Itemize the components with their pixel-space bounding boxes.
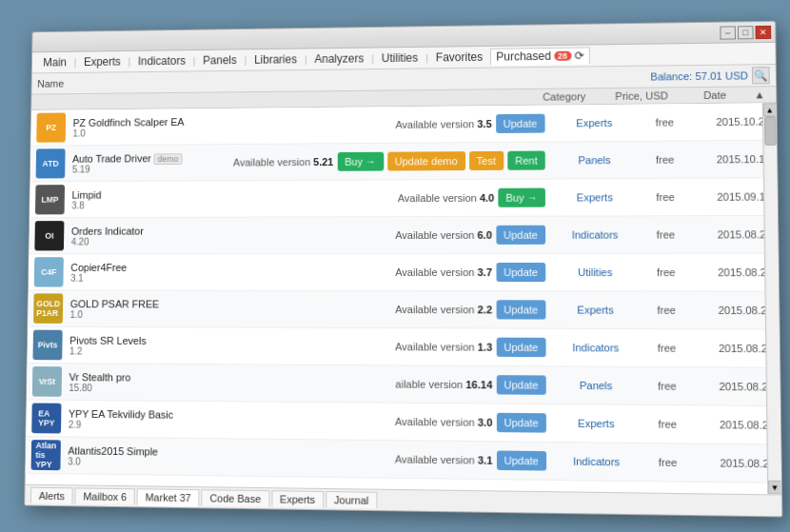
btn-update[interactable]: Update [496, 113, 545, 132]
available-text: Available version 5.21 [233, 156, 333, 167]
menu-analyzers[interactable]: Analyzers [309, 49, 370, 67]
maximize-button[interactable]: □ [738, 25, 754, 38]
minimize-button[interactable]: – [720, 25, 736, 38]
available-version: 3.7 [478, 266, 492, 278]
menu-panels[interactable]: Panels [197, 51, 242, 69]
col-header-price[interactable]: Price, USD [607, 89, 676, 102]
product-icon: VrSt [32, 366, 62, 397]
category-cell[interactable]: Panels [551, 153, 639, 166]
refresh-icon[interactable]: ⟳ [574, 49, 583, 62]
product-version: 1.0 [70, 308, 218, 319]
menu-main[interactable]: Main [37, 53, 71, 70]
available-text: Available version 3.1 [395, 453, 493, 465]
product-name: GOLD PSAR FREE [70, 297, 218, 308]
available-version: 3.0 [478, 416, 493, 427]
scroll-thumb[interactable] [764, 116, 777, 145]
menu-experts[interactable]: Experts [78, 52, 127, 69]
btn-update[interactable]: Update [496, 375, 546, 395]
purchased-badge: 28 [554, 50, 571, 60]
btn-rent[interactable]: Rent [507, 150, 545, 169]
price-cell: free [639, 266, 693, 278]
available-area: Available version 6.0Update [218, 225, 551, 245]
menu-utilities[interactable]: Utilities [376, 49, 424, 66]
available-version: 6.0 [477, 228, 491, 240]
date-cell: 2015.10.22 [692, 115, 771, 128]
btn-update[interactable]: Update [496, 300, 545, 319]
category-cell[interactable]: Utilities [551, 266, 639, 278]
search-button[interactable]: 🔍 [752, 67, 770, 84]
available-version: 3.5 [477, 118, 491, 129]
date-cell: 2015.08.25 [694, 380, 774, 392]
date-cell: 2015.08.25 [693, 266, 772, 278]
price-cell: free [641, 456, 695, 468]
category-cell[interactable]: Indicators [551, 228, 639, 240]
product-name-area: Copier4Free3.1 [70, 261, 218, 283]
product-icon: GOLDP1AR [33, 293, 63, 323]
col-header-name [37, 96, 521, 101]
product-name-area: Limpid3.8 [71, 187, 219, 209]
price-cell: free [638, 116, 692, 128]
table-row: OIOrders Indicator4.20Available version … [30, 215, 779, 253]
name-column-label: Name [37, 77, 64, 89]
category-cell[interactable]: Experts [551, 191, 639, 203]
btn-update[interactable]: Update [496, 412, 546, 432]
category-cell[interactable]: Experts [552, 304, 640, 315]
btn-update[interactable]: Update [496, 225, 545, 244]
product-name-area: GOLD PSAR FREE1.0 [70, 297, 218, 319]
date-cell: 2015.10.14 [692, 152, 771, 165]
date-cell: 2015.08.25 [694, 342, 774, 354]
close-button[interactable]: ✕ [756, 25, 772, 38]
product-version: 2.9 [69, 419, 217, 430]
table-body: PZPZ Goldfinch Scalper EA1.0Available ve… [26, 103, 781, 494]
menu-indicators[interactable]: Indicators [132, 52, 191, 69]
category-cell[interactable]: Experts [551, 116, 639, 128]
product-icon: C4F [34, 257, 64, 286]
bottom-tab-journal[interactable]: Journal [326, 491, 377, 508]
product-version: 3.8 [71, 199, 219, 209]
bottom-tab-code-base[interactable]: Code Base [201, 489, 269, 506]
product-version: 5.19 [72, 163, 219, 174]
product-version: 4.20 [71, 235, 219, 246]
table-row: C4FCopier4Free3.1Available version 3.7Up… [29, 253, 779, 291]
category-cell[interactable]: Indicators [552, 455, 641, 467]
available-area: Available version 3.5Update [220, 113, 551, 135]
scroll-track[interactable] [764, 116, 781, 480]
menu-purchased[interactable]: Purchased 28 ⟳ [490, 47, 589, 65]
category-cell[interactable]: Experts [552, 417, 641, 429]
available-text: Available version 3.5 [395, 118, 491, 130]
bottom-tab-market[interactable]: Market 37 [137, 487, 200, 505]
available-text: Available version 4.0 [398, 191, 495, 203]
btn-update[interactable]: Update [496, 262, 545, 281]
product-icon: Pivts [32, 329, 62, 360]
product-name: Vr Stealth pro [69, 370, 218, 383]
menu-favorites[interactable]: Favorites [430, 48, 488, 66]
btn-update[interactable]: Update [496, 450, 546, 470]
price-cell: free [639, 190, 693, 202]
btn-test[interactable]: Test [469, 150, 504, 169]
bottom-tab-alerts[interactable]: Alerts [30, 486, 73, 503]
product-icon: EAYPY [31, 403, 61, 433]
btn-update-demo[interactable]: Update demo [387, 151, 465, 170]
date-cell: 2015.08.25 [693, 228, 772, 240]
product-icon: AtlantisYPY [31, 440, 61, 470]
available-area: Available version 3.0Update [217, 410, 552, 433]
btn-buy[interactable]: Buy → [337, 151, 384, 170]
product-name: Atlantis2015 Simple [68, 443, 216, 457]
scroll-down[interactable]: ▼ [768, 480, 781, 494]
table-row: ATDAuto Trade Driverdemo5.19Available ve… [30, 140, 778, 182]
col-header-category[interactable]: Category [521, 90, 607, 103]
scroll-up[interactable]: ▲ [762, 103, 777, 116]
price-cell: free [638, 153, 692, 165]
btn-buy[interactable]: Buy → [498, 187, 545, 207]
btn-update[interactable]: Update [496, 337, 545, 357]
price-cell: free [640, 380, 694, 392]
menu-libraries[interactable]: Libraries [248, 50, 303, 68]
bottom-tab-mailbox[interactable]: Mailbox 6 [74, 487, 135, 504]
category-cell[interactable]: Indicators [552, 341, 640, 353]
col-header-date[interactable]: Date [676, 89, 755, 101]
bottom-tab-experts[interactable]: Experts [271, 490, 324, 507]
product-name-area: Vr Stealth pro15.80 [69, 370, 217, 393]
available-text: Available version 1.3 [395, 341, 492, 353]
category-cell[interactable]: Panels [552, 379, 641, 391]
demo-badge: demo [154, 152, 183, 164]
